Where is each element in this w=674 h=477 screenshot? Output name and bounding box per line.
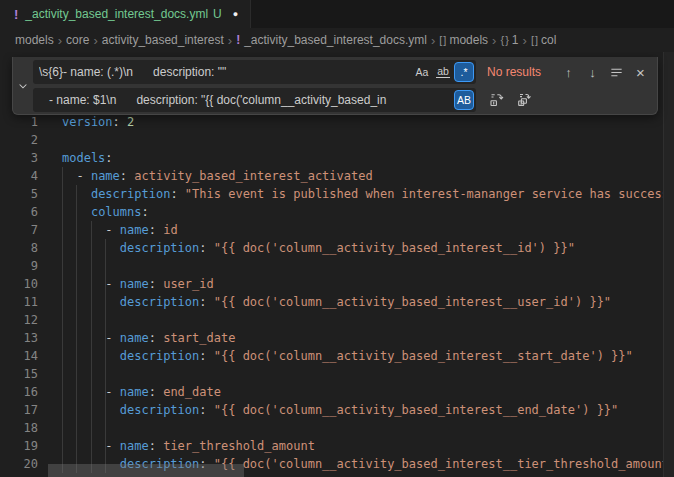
find-in-selection-button[interactable] bbox=[606, 62, 627, 83]
breadcrumb-separator-icon: › bbox=[492, 33, 496, 48]
line-number: 6 bbox=[0, 203, 38, 221]
code-line: 7 - name: id bbox=[0, 221, 674, 239]
line-content: - name: id bbox=[38, 221, 178, 239]
line-content: - name: end_date bbox=[38, 383, 221, 401]
find-results-status: No results bbox=[487, 65, 541, 79]
line-number: 17 bbox=[0, 401, 38, 419]
close-button[interactable]: × bbox=[630, 62, 651, 83]
find-next-button[interactable]: ↓ bbox=[582, 62, 603, 83]
modified-dot-icon[interactable]: ● bbox=[233, 9, 238, 19]
code-area[interactable]: 1version: 223models:4 - name: activity_b… bbox=[0, 113, 674, 473]
line-number: 14 bbox=[0, 347, 38, 365]
line-content: version: 2 bbox=[38, 113, 134, 131]
tab-bar: ! _activity_based_interest_docs.yml U ● bbox=[0, 0, 674, 28]
line-number: 18 bbox=[0, 419, 38, 437]
line-number: 20 bbox=[0, 455, 38, 473]
code-line: 10 - name: user_id bbox=[0, 275, 674, 293]
find-input[interactable]: \s{6}- name: (.*)\n description: "" Aa a… bbox=[33, 60, 476, 84]
replace-row: - name: $1\n description: "{{ doc('colum… bbox=[33, 88, 651, 112]
replace-button[interactable] bbox=[485, 90, 506, 111]
tab-active-file[interactable]: ! _activity_based_interest_docs.yml U ● bbox=[0, 0, 251, 28]
breadcrumb-label: core bbox=[66, 33, 89, 47]
line-number: 19 bbox=[0, 437, 38, 455]
whole-word-button[interactable]: ab bbox=[433, 62, 453, 82]
breadcrumb-item[interactable]: models bbox=[15, 33, 54, 47]
replace-input[interactable]: - name: $1\n description: "{{ doc('colum… bbox=[33, 88, 476, 112]
line-number: 3 bbox=[0, 149, 38, 167]
line-number: 9 bbox=[0, 257, 38, 275]
breadcrumb-label: models bbox=[449, 33, 488, 47]
breadcrumb-separator-icon: › bbox=[431, 33, 435, 48]
line-number: 11 bbox=[0, 293, 38, 311]
breadcrumb-label: models bbox=[15, 33, 54, 47]
line-number: 15 bbox=[0, 365, 38, 383]
breadcrumb-label: activity_based_interest bbox=[102, 33, 224, 47]
editor-pane[interactable]: 1version: 223models:4 - name: activity_b… bbox=[0, 52, 674, 477]
find-previous-button[interactable]: ↑ bbox=[558, 62, 579, 83]
line-content: models: bbox=[38, 149, 113, 167]
line-number: 7 bbox=[0, 221, 38, 239]
git-status-badge: U bbox=[213, 7, 222, 21]
line-content: - name: tier_threshold_amount bbox=[38, 437, 315, 455]
breadcrumb-item[interactable]: { }1 bbox=[500, 33, 518, 47]
regex-button[interactable]: .* bbox=[454, 62, 474, 82]
preserve-case-button[interactable]: AB bbox=[454, 90, 474, 110]
line-content: description: "{{ doc('column__activity_b… bbox=[38, 401, 618, 419]
horizontal-scrollbar-thumb[interactable] bbox=[48, 464, 244, 477]
vertical-scrollbar-track[interactable] bbox=[663, 52, 674, 477]
line-number: 13 bbox=[0, 329, 38, 347]
code-line: 8 description: "{{ doc('column__activity… bbox=[0, 239, 674, 257]
line-content bbox=[38, 419, 62, 437]
breadcrumb-item[interactable]: activity_based_interest bbox=[102, 33, 224, 47]
toggle-replace-button[interactable] bbox=[13, 57, 33, 114]
line-content: description: "{{ doc('column__activity_b… bbox=[38, 347, 633, 365]
breadcrumb-separator-icon: › bbox=[58, 33, 62, 48]
code-line: 5 description: "This event is published … bbox=[0, 185, 674, 203]
code-line: 11 description: "{{ doc('column__activit… bbox=[0, 293, 674, 311]
breadcrumb-label: col bbox=[541, 33, 556, 47]
line-content: - name: activity_based_interest_activate… bbox=[38, 167, 373, 185]
line-number: 8 bbox=[0, 239, 38, 257]
line-content: - name: start_date bbox=[38, 329, 235, 347]
breadcrumb-item[interactable]: [ ]col bbox=[531, 33, 557, 47]
breadcrumb-separator-icon: › bbox=[228, 33, 232, 48]
array-symbol-icon: [ ] bbox=[531, 34, 537, 46]
breadcrumb-item[interactable]: [ ]models bbox=[439, 33, 488, 47]
breadcrumb-separator-icon: › bbox=[523, 33, 527, 48]
breadcrumb-item[interactable]: core bbox=[66, 33, 89, 47]
match-case-button[interactable]: Aa bbox=[412, 62, 432, 82]
tab-filename: _activity_based_interest_docs.yml bbox=[25, 7, 208, 21]
object-symbol-icon: { } bbox=[500, 34, 507, 46]
line-content: description: "This event is published wh… bbox=[38, 185, 669, 203]
code-line: 13 - name: start_date bbox=[0, 329, 674, 347]
line-content bbox=[38, 257, 62, 275]
line-number: 16 bbox=[0, 383, 38, 401]
array-symbol-icon: [ ] bbox=[439, 34, 445, 46]
line-number: 10 bbox=[0, 275, 38, 293]
selection-lines-icon bbox=[609, 65, 624, 80]
code-line: 18 bbox=[0, 419, 674, 437]
replace-icon bbox=[488, 92, 504, 108]
replace-all-icon bbox=[516, 92, 532, 108]
code-line: 17 description: "{{ doc('column__activit… bbox=[0, 401, 674, 419]
line-number: 2 bbox=[0, 131, 38, 149]
line-content: description: "{{ doc('column__activity_b… bbox=[38, 239, 575, 257]
find-row: \s{6}- name: (.*)\n description: "" Aa a… bbox=[33, 60, 651, 84]
line-content bbox=[38, 311, 62, 329]
find-query-text: \s{6}- name: (.*)\n description: "" bbox=[39, 65, 411, 79]
code-line: 15 bbox=[0, 365, 674, 383]
line-content bbox=[38, 365, 62, 383]
line-number: 4 bbox=[0, 167, 38, 185]
replace-all-button[interactable] bbox=[513, 90, 534, 111]
line-number: 12 bbox=[0, 311, 38, 329]
breadcrumb-item[interactable]: !_activity_based_interest_docs.yml bbox=[236, 33, 427, 47]
breadcrumb: models›core›activity_based_interest›!_ac… bbox=[0, 28, 674, 52]
line-number: 5 bbox=[0, 185, 38, 203]
code-line: 3models: bbox=[0, 149, 674, 167]
breadcrumb-label: _activity_based_interest_docs.yml bbox=[244, 33, 427, 47]
code-line: 19 - name: tier_threshold_amount bbox=[0, 437, 674, 455]
line-content bbox=[38, 131, 62, 149]
code-line: 12 bbox=[0, 311, 674, 329]
warning-symbol-icon: ! bbox=[236, 33, 240, 47]
line-content: description: "{{ doc('column__activity_b… bbox=[38, 293, 611, 311]
